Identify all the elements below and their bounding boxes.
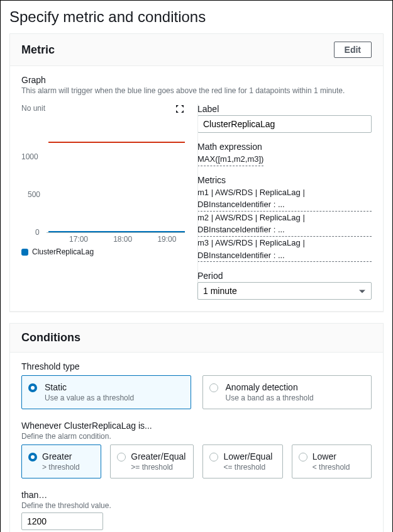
metric-link-m3[interactable]: m3 | AWS/RDS | ReplicaLag | DBInstanceId… bbox=[197, 237, 372, 262]
tile-title: Greater/Equal bbox=[131, 451, 185, 461]
expand-icon[interactable] bbox=[175, 104, 185, 114]
metric-link-m2[interactable]: m2 | AWS/RDS | ReplicaLag | DBInstanceId… bbox=[197, 212, 372, 237]
operator-greater-equal[interactable]: Greater/Equal >= threshold bbox=[110, 444, 194, 478]
threshold-type-heading: Threshold type bbox=[21, 361, 372, 371]
conditions-panel: Conditions Threshold type Static Use a v… bbox=[9, 323, 384, 532]
metric-panel: Metric Edit Graph This alarm will trigge… bbox=[9, 33, 384, 312]
tile-subtitle: > threshold bbox=[42, 463, 93, 472]
label-heading: Label bbox=[197, 104, 372, 114]
operator-lower[interactable]: Lower < threshold bbox=[292, 444, 372, 478]
tile-title: Static bbox=[45, 382, 183, 392]
metric-label-input[interactable] bbox=[197, 115, 372, 133]
metrics-heading: Metrics bbox=[197, 175, 372, 185]
threshold-type-static[interactable]: Static Use a value as a threshold bbox=[21, 375, 191, 409]
conditions-panel-title: Conditions bbox=[21, 331, 80, 344]
tile-title: Lower/Equal bbox=[223, 451, 274, 461]
tile-subtitle: <= threshold bbox=[223, 463, 274, 472]
legend-label: ClusterReplicaLag bbox=[32, 247, 94, 256]
metric-line bbox=[48, 231, 185, 232]
edit-button[interactable]: Edit bbox=[334, 42, 372, 58]
chart: 1000 500 0 17:00 18:00 19:00 bbox=[21, 119, 185, 245]
math-heading: Math expression bbox=[197, 142, 372, 152]
metric-link-m1[interactable]: m1 | AWS/RDS | ReplicaLag | DBInstanceId… bbox=[197, 186, 372, 212]
tile-title: Lower bbox=[313, 451, 363, 461]
y-tick: 0 bbox=[35, 228, 40, 237]
radio-icon bbox=[299, 453, 307, 461]
tile-subtitle: >= threshold bbox=[131, 463, 185, 472]
radio-icon bbox=[28, 383, 37, 392]
tile-subtitle: Use a value as a threshold bbox=[45, 393, 183, 402]
page-title: Specify metric and conditions bbox=[9, 8, 384, 26]
x-axis bbox=[47, 232, 185, 233]
graph-heading: Graph bbox=[21, 75, 372, 85]
tile-title: Greater bbox=[42, 451, 93, 461]
legend-dot-icon bbox=[21, 249, 28, 256]
radio-icon bbox=[117, 453, 126, 461]
threshold-value-input[interactable] bbox=[21, 512, 103, 530]
operator-greater[interactable]: Greater > threshold bbox=[21, 444, 101, 478]
whenever-heading: Whenever ClusterReplicaLag is... bbox=[21, 421, 372, 431]
chart-legend: ClusterReplicaLag bbox=[21, 247, 185, 256]
tile-subtitle: Use a band as a threshold bbox=[226, 393, 364, 402]
x-tick: 18:00 bbox=[113, 235, 132, 244]
graph-hint: This alarm will trigger when the blue li… bbox=[21, 86, 372, 95]
graph-area: No unit 1000 500 0 bbox=[21, 104, 185, 300]
x-tick: 19:00 bbox=[157, 235, 176, 244]
math-expression-link[interactable]: MAX([m1,m2,m3]) bbox=[197, 153, 263, 166]
period-select[interactable]: 1 minute bbox=[197, 282, 372, 300]
tile-subtitle: < threshold bbox=[313, 463, 363, 472]
than-heading: than… bbox=[21, 490, 372, 500]
radio-icon bbox=[28, 453, 37, 461]
tile-title: Anomaly detection bbox=[226, 382, 364, 392]
y-tick: 500 bbox=[28, 190, 40, 199]
y-tick: 1000 bbox=[21, 152, 38, 161]
threshold-type-anomaly[interactable]: Anomaly detection Use a band as a thresh… bbox=[202, 375, 372, 409]
period-heading: Period bbox=[197, 271, 372, 281]
threshold-line bbox=[48, 142, 185, 143]
radio-icon bbox=[209, 383, 218, 392]
operator-lower-equal[interactable]: Lower/Equal <= threshold bbox=[202, 444, 282, 478]
metric-panel-title: Metric bbox=[21, 43, 55, 57]
radio-icon bbox=[209, 453, 218, 461]
x-tick: 17:00 bbox=[69, 235, 88, 244]
whenever-hint: Define the alarm condition. bbox=[21, 432, 372, 441]
unit-label: No unit bbox=[21, 104, 45, 113]
than-hint: Define the threshold value. bbox=[21, 501, 372, 510]
